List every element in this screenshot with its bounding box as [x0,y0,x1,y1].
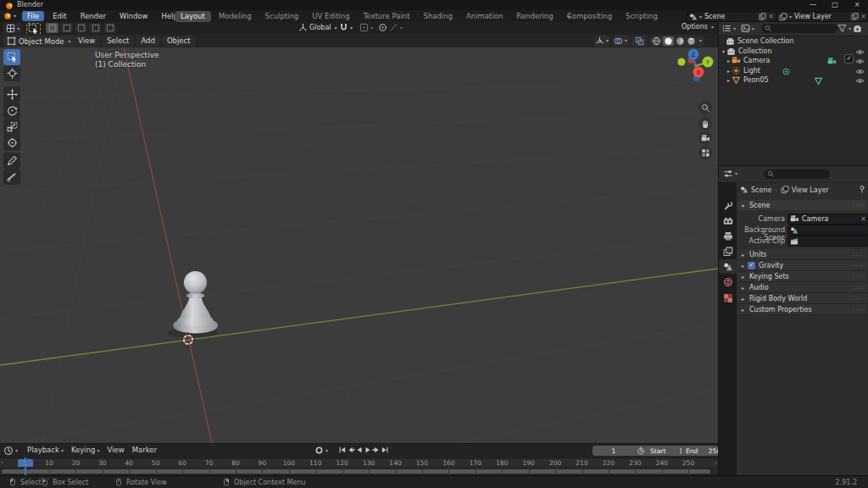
rendered-shading-icon[interactable] [687,36,696,46]
new-collection-button[interactable] [853,24,862,33]
workspace-tab-layout[interactable]: Layout [175,11,211,22]
add-workspace-button[interactable]: + [563,10,576,21]
drag-handle-icon[interactable]: :::: [853,251,864,258]
prev-key-button[interactable] [347,445,355,455]
navigation-gizmo[interactable]: Z Y X [676,47,716,88]
expand-icon[interactable]: ▸ [726,68,732,74]
properties-tab-output[interactable] [719,229,737,243]
material-shading-icon[interactable] [676,36,685,46]
editor-type-button[interactable]: ▾ [3,23,22,34]
expand-icon[interactable]: ▸ [740,252,746,258]
expand-icon[interactable]: ▸ [726,58,732,64]
workspace-tab-texture-paint[interactable]: Texture Paint [358,11,416,22]
nav-zoom-button[interactable] [698,101,712,114]
new-view-layer-icon[interactable] [850,12,860,21]
menu-render[interactable]: Render [75,11,111,21]
app-menu-button[interactable]: ▾ [3,11,16,21]
outliner-row-scene-collection[interactable]: Scene Collection [719,36,868,47]
expand-icon[interactable]: ▸ [740,263,746,269]
tool-cursor[interactable] [3,65,20,81]
breadcrumb-scene[interactable]: Scene [751,186,771,194]
properties-tab-scene[interactable] [719,259,737,274]
timeline-editor-button[interactable]: ▾ [3,446,18,456]
outliner-filter-dropdown[interactable]: ▾ [837,24,851,33]
viewport-canvas[interactable]: User Perspective (1) Collection [0,47,718,443]
view-layer-selector[interactable]: ▾ View Layer × [776,11,868,22]
workspace-tab-sculpting[interactable]: Sculpting [259,11,305,22]
workspace-tab-animation[interactable]: Animation [460,11,509,22]
panel-keying-sets[interactable]: ▸Keying Sets:::: [737,271,867,282]
tool-select-box[interactable] [3,49,20,65]
drag-handle-icon[interactable]: :::: [853,262,864,269]
outliner-row-camera[interactable]: ▸Camera [719,56,868,66]
menu-edit[interactable]: Edit [47,11,71,21]
select-mode-4[interactable] [103,23,116,33]
wireframe-shading-icon[interactable] [652,36,661,46]
outliner-row-collection[interactable]: ▾ Collection ✓ [719,47,868,57]
properties-tab-texture[interactable] [719,291,737,305]
nav-pan-button[interactable] [698,117,712,130]
panel-gravity[interactable]: ▸✓Gravity:::: [737,260,867,271]
outliner-search-input[interactable] [761,24,837,33]
gizmos-dropdown[interactable]: ▾ [594,36,609,47]
panel-rigid-body-world[interactable]: ▸Rigid Body World:::: [737,293,867,304]
properties-tab-world[interactable] [719,274,737,289]
timeline-menu-playback[interactable]: Playback▾ [27,446,64,454]
timeline-scrollbar[interactable] [2,469,710,474]
tool-scale[interactable] [3,119,20,135]
breadcrumb-view-layer[interactable]: View Layer [792,186,829,194]
pin-icon[interactable] [858,185,866,193]
falloff-dropdown[interactable]: ▾ [389,23,403,32]
tool-transform[interactable] [3,135,20,151]
properties-tab-render[interactable] [719,214,737,228]
tool-annotate[interactable] [3,152,20,169]
eye-icon[interactable] [855,76,865,86]
workspace-tab-uv-editing[interactable]: UV Editing [306,11,355,22]
mode-dropdown[interactable]: Object Mode ▾ [3,36,75,47]
overlays-dropdown[interactable]: ▾ [613,36,628,47]
xray-toggle[interactable] [632,36,647,47]
viewport-menu-object[interactable]: Object [162,36,196,47]
proportional-editing-toggle[interactable] [378,23,387,32]
menu-file[interactable]: File [22,11,44,21]
eye-icon[interactable] [855,57,865,66]
outliner-row-light[interactable]: ▸Light [719,66,868,76]
ruler-right-arrow-icon[interactable]: ‹ [715,459,717,466]
timeline-menu-keying[interactable]: Keying▾ [71,446,100,454]
expand-icon[interactable]: ▸ [740,307,746,313]
properties-tab-viewlayer[interactable] [719,244,737,258]
current-frame-field[interactable]: 1 [593,446,635,456]
workspace-tab-rendering[interactable]: Rendering [510,11,559,22]
tool-move[interactable] [3,86,20,103]
select-mode-3[interactable] [89,23,102,33]
scene-selector[interactable]: ▾ Scene × [687,11,777,22]
auto-keying-toggle[interactable]: ▾ [314,446,328,455]
outliner-filter-id-dropdown[interactable]: ▾ [741,24,754,33]
play-back-button[interactable] [355,445,364,455]
workspace-tab-shading[interactable]: Shading [417,11,459,22]
properties-tab-tool[interactable] [719,198,737,213]
eye-icon[interactable] [855,67,865,76]
tool-measure[interactable] [3,169,20,185]
timeline-menu-marker[interactable]: Marker [132,446,157,454]
options-dropdown[interactable]: Options ▾ [680,23,714,30]
expand-icon[interactable]: ▸ [740,285,746,291]
unlink-scene-icon[interactable]: × [768,13,774,20]
viewport-menu-add[interactable]: Add [136,36,159,47]
workspace-tab-modeling[interactable]: Modeling [213,11,258,22]
panel-audio[interactable]: ▸Audio:::: [737,282,867,293]
drag-handle-icon[interactable]: :::: [853,295,864,302]
select-mode-2[interactable] [75,23,87,33]
jump-end-button[interactable] [381,445,389,455]
timeline-menu-view[interactable]: View [108,446,125,454]
select-mode-0[interactable] [46,23,58,33]
expand-icon[interactable]: ▸ [740,296,746,302]
solid-shading-icon[interactable] [663,36,674,46]
panel-units[interactable]: ▸Units:::: [737,249,867,260]
remove-view-layer-icon[interactable]: × [860,13,866,20]
tool-rotate[interactable] [3,103,20,119]
snap-target-dropdown[interactable]: ▾ [359,23,373,32]
minimize-button[interactable]: — [802,0,824,10]
viewport-menu-view[interactable]: View [73,36,100,47]
close-button[interactable]: × [846,0,868,10]
